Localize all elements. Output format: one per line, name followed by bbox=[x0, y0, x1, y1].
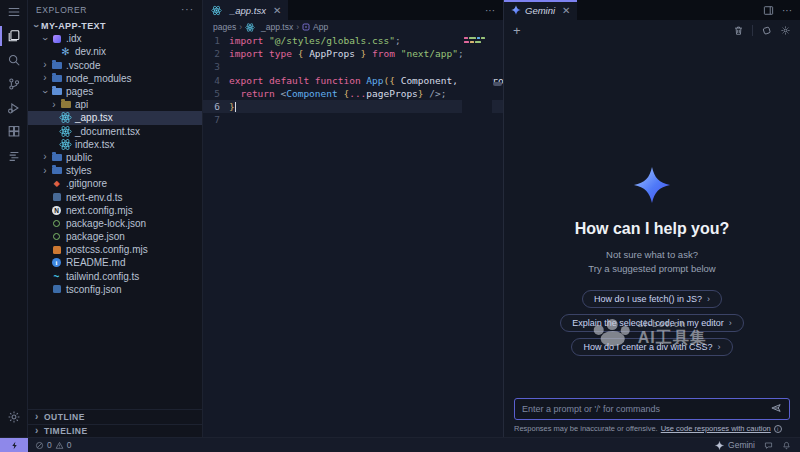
code-line-2[interactable]: 2import type { AppProps } from "next/app… bbox=[203, 47, 503, 60]
settings-gear-icon[interactable] bbox=[0, 405, 28, 429]
editor-more-actions-icon[interactable]: ··· bbox=[485, 5, 495, 16]
breadcrumb-symbol[interactable]: App bbox=[313, 22, 328, 32]
tree-item-api[interactable]: ›api bbox=[28, 98, 202, 111]
folder-dim-icon bbox=[59, 99, 72, 110]
tree-item--document-tsx[interactable]: _document.tsx bbox=[28, 125, 202, 138]
close-icon[interactable]: ✕ bbox=[562, 5, 570, 16]
search-icon[interactable] bbox=[0, 48, 28, 72]
close-icon[interactable]: ✕ bbox=[273, 5, 281, 16]
line-number: 1 bbox=[203, 34, 229, 47]
tree-item--gitignore[interactable]: ◆.gitignore bbox=[28, 177, 202, 190]
timeline-label: TIMELINE bbox=[44, 426, 88, 436]
tree-item-postcss-config-mjs[interactable]: postcss.config.mjs bbox=[28, 243, 202, 256]
tree-item-public[interactable]: ›public bbox=[28, 151, 202, 164]
tree-item-index-tsx[interactable]: index.tsx bbox=[28, 138, 202, 151]
tree-item-label: tailwind.config.ts bbox=[66, 271, 139, 282]
outline-label: OUTLINE bbox=[44, 412, 85, 422]
tree-item--idx[interactable]: ›.idx bbox=[28, 32, 202, 45]
chevron-right-icon[interactable]: › bbox=[40, 60, 50, 70]
gemini-sparkle-icon bbox=[511, 5, 521, 15]
tree-item-label: postcss.config.mjs bbox=[66, 244, 148, 255]
problems-status[interactable]: 0 0 bbox=[28, 440, 78, 450]
suggested-prompt-pill-3[interactable]: How do I center a div with CSS?› bbox=[571, 338, 732, 356]
chevron-down-icon[interactable]: › bbox=[40, 87, 50, 97]
code-line-content: return <Component {...pageProps} />; bbox=[229, 87, 446, 100]
tree-item-dev-nix[interactable]: ✻dev.nix bbox=[28, 45, 202, 58]
code-line-5[interactable]: 5 return <Component {...pageProps} />; bbox=[203, 87, 503, 100]
chevron-right-icon[interactable]: › bbox=[40, 166, 50, 176]
chevron-right-icon: › bbox=[707, 294, 710, 304]
git-icon: ◆ bbox=[50, 178, 63, 189]
gear-icon[interactable] bbox=[780, 25, 791, 36]
breadcrumb[interactable]: pages › _app.tsx › App bbox=[203, 20, 503, 34]
chevron-down-icon[interactable]: › bbox=[40, 34, 50, 44]
eraser-icon[interactable] bbox=[761, 25, 772, 36]
explorer-more-actions-icon[interactable]: ··· bbox=[181, 4, 194, 15]
code-line-7[interactable]: 7 bbox=[203, 113, 503, 126]
code-line-1[interactable]: 1import "@/styles/globals.css"; bbox=[203, 34, 503, 47]
tree-item-pages[interactable]: ›pages bbox=[28, 85, 202, 98]
chevron-right-icon[interactable]: › bbox=[40, 73, 50, 83]
code-line-4[interactable]: 4export default function App({ Component… bbox=[203, 74, 503, 87]
tab-label: Gemini bbox=[525, 5, 555, 16]
breadcrumb-folder[interactable]: pages bbox=[213, 22, 236, 32]
code-line-3[interactable]: 3 bbox=[203, 60, 503, 73]
menu-icon[interactable] bbox=[0, 0, 28, 24]
minimap[interactable] bbox=[462, 34, 492, 437]
tree-item-package-lock-json[interactable]: package-lock.json bbox=[28, 217, 202, 230]
tab-gemini[interactable]: Gemini ✕ bbox=[504, 0, 577, 20]
source-control-icon[interactable] bbox=[0, 72, 28, 96]
tree-item-label: styles bbox=[66, 165, 92, 176]
tree-item-styles[interactable]: ›styles bbox=[28, 164, 202, 177]
idx-panel-icon[interactable] bbox=[0, 144, 28, 168]
code-editor[interactable]: 1import "@/styles/globals.css";2import t… bbox=[203, 34, 503, 437]
nix-icon: ✻ bbox=[59, 46, 72, 57]
suggested-prompt-pill-2[interactable]: Explain the selected code in my editor› bbox=[560, 314, 744, 332]
explorer-icon[interactable] bbox=[0, 24, 28, 48]
tree-item--app-tsx[interactable]: _app.tsx bbox=[28, 111, 202, 124]
notifications-bell-icon[interactable] bbox=[782, 441, 791, 450]
tree-item-readme-md[interactable]: iREADME.md bbox=[28, 256, 202, 269]
breadcrumb-file[interactable]: _app.tsx bbox=[261, 22, 293, 32]
outline-section[interactable]: › OUTLINE bbox=[28, 410, 202, 424]
info-icon[interactable]: i bbox=[774, 425, 782, 433]
trash-icon[interactable] bbox=[733, 25, 744, 36]
code-line-6[interactable]: 6} bbox=[203, 100, 503, 113]
json-icon bbox=[50, 218, 63, 229]
chevron-down-icon[interactable]: › bbox=[31, 21, 41, 31]
tree-item-next-config-mjs[interactable]: Nnext.config.mjs bbox=[28, 204, 202, 217]
scrollbar-thumb[interactable] bbox=[493, 82, 502, 86]
warnings-count: 0 bbox=[67, 440, 72, 450]
suggested-prompts: How do I use fetch() in JS?›Explain the … bbox=[560, 290, 744, 356]
gemini-status[interactable]: Gemini bbox=[715, 440, 755, 450]
tree-item-next-env-d-ts[interactable]: next-env.d.ts bbox=[28, 190, 202, 203]
file-tree: ›MY-APP-TEXT›.idx✻dev.nix›.vscode›node_m… bbox=[28, 19, 202, 409]
split-editor-icon[interactable] bbox=[763, 5, 774, 16]
remote-indicator[interactable] bbox=[0, 438, 28, 452]
react-icon bbox=[59, 112, 72, 123]
tree-item-tsconfig-json[interactable]: tsconfig.json bbox=[28, 283, 202, 296]
editor-tabstrip: _app.tsx ✕ ··· bbox=[203, 0, 503, 20]
chevron-right-icon[interactable]: › bbox=[49, 100, 59, 110]
feedback-icon[interactable] bbox=[764, 441, 773, 450]
run-debug-icon[interactable] bbox=[0, 96, 28, 120]
tree-item-label: .idx bbox=[66, 33, 82, 44]
tree-item-package-json[interactable]: package.json bbox=[28, 230, 202, 243]
tab-app-tsx[interactable]: _app.tsx ✕ bbox=[203, 0, 288, 20]
suggested-prompt-pill-1[interactable]: How do I use fetch() in JS?› bbox=[582, 290, 722, 308]
folder-open-icon bbox=[50, 86, 63, 97]
send-icon[interactable] bbox=[770, 402, 782, 416]
code-line-content: } bbox=[229, 100, 236, 113]
timeline-section[interactable]: › TIMELINE bbox=[28, 424, 202, 438]
prompt-input[interactable] bbox=[522, 404, 764, 414]
new-chat-icon[interactable]: + bbox=[513, 24, 521, 37]
disclaimer-link[interactable]: Use code responses with caution bbox=[661, 424, 771, 433]
chevron-right-icon[interactable]: › bbox=[40, 152, 50, 162]
warnings-icon bbox=[55, 441, 64, 450]
panel-more-actions-icon[interactable]: ··· bbox=[782, 5, 792, 16]
tree-item-node-modules[interactable]: ›node_modules bbox=[28, 72, 202, 85]
extensions-icon[interactable] bbox=[0, 120, 28, 144]
tree-item-my-app-text[interactable]: ›MY-APP-TEXT bbox=[28, 19, 202, 32]
tree-item--vscode[interactable]: ›.vscode bbox=[28, 59, 202, 72]
tree-item-tailwind-config-ts[interactable]: ~tailwind.config.ts bbox=[28, 270, 202, 283]
